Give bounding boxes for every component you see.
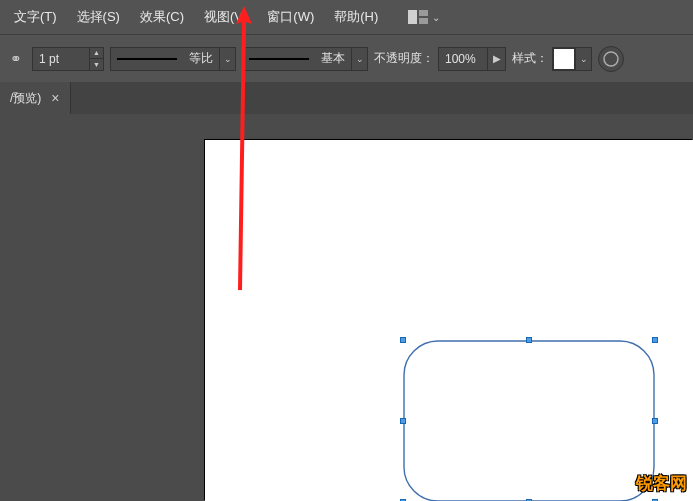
stroke-profile-preview	[111, 48, 183, 70]
options-bar: ⚭ ▲ ▼ 等比 ⌄ 基本 ⌄ 不透明度： ▶ 样式： ⌄	[0, 34, 693, 82]
document-tab-bar: /预览) ×	[0, 82, 693, 114]
stroke-weight-input[interactable]	[33, 48, 89, 70]
selection-handle[interactable]	[652, 418, 658, 424]
chevron-down-icon: ⌄	[432, 12, 440, 23]
rounded-rectangle-shape[interactable]	[403, 340, 655, 501]
opacity-input[interactable]	[439, 48, 487, 70]
chevron-down-icon[interactable]: ⌄	[351, 48, 367, 70]
close-icon[interactable]: ×	[51, 90, 59, 106]
svg-rect-0	[408, 10, 417, 24]
stroke-profile-select[interactable]: 等比 ⌄	[110, 47, 236, 71]
selection-handle[interactable]	[400, 337, 406, 343]
menu-view[interactable]: 视图(V)	[194, 2, 257, 32]
canvas-area[interactable]	[0, 114, 693, 501]
svg-rect-1	[419, 10, 428, 16]
recolor-button[interactable]	[598, 46, 624, 72]
menu-window[interactable]: 窗口(W)	[257, 2, 324, 32]
opacity-control[interactable]: ▶	[438, 47, 506, 71]
workspace-switcher[interactable]: ⌄	[402, 6, 446, 28]
style-label: 样式：	[512, 50, 548, 67]
svg-rect-2	[419, 18, 428, 24]
style-swatch	[553, 48, 575, 70]
arrow-right-icon[interactable]: ▶	[487, 48, 505, 70]
svg-rect-4	[404, 341, 654, 501]
opacity-label: 不透明度：	[374, 50, 434, 67]
selection-handle[interactable]	[526, 337, 532, 343]
style-select[interactable]: ⌄	[552, 47, 592, 71]
menu-effect[interactable]: 效果(C)	[130, 2, 194, 32]
stroke-profile-label: 等比	[183, 50, 219, 67]
recolor-icon	[603, 51, 619, 67]
stroke-weight-control[interactable]: ▲ ▼	[32, 47, 104, 71]
tab-title: /预览)	[10, 90, 41, 107]
selection-handle[interactable]	[400, 418, 406, 424]
artboard[interactable]	[205, 140, 693, 501]
chevron-down-icon[interactable]: ⌄	[575, 48, 591, 70]
stroke-weight-stepper[interactable]: ▲ ▼	[89, 48, 103, 70]
step-down-icon[interactable]: ▼	[90, 59, 103, 70]
chevron-down-icon[interactable]: ⌄	[219, 48, 235, 70]
brush-label: 基本	[315, 50, 351, 67]
step-up-icon[interactable]: ▲	[90, 48, 103, 60]
menu-help[interactable]: 帮助(H)	[324, 2, 388, 32]
menu-text[interactable]: 文字(T)	[4, 2, 67, 32]
brush-select[interactable]: 基本 ⌄	[242, 47, 368, 71]
link-icon[interactable]: ⚭	[6, 51, 26, 67]
menu-bar: 文字(T) 选择(S) 效果(C) 视图(V) 窗口(W) 帮助(H) ⌄	[0, 0, 693, 34]
selection-handle[interactable]	[652, 337, 658, 343]
menu-select[interactable]: 选择(S)	[67, 2, 130, 32]
document-tab[interactable]: /预览) ×	[0, 82, 71, 114]
svg-point-3	[604, 52, 618, 66]
layout-icon	[408, 10, 428, 24]
watermark: 锐客网	[636, 472, 687, 495]
brush-preview	[243, 48, 315, 70]
